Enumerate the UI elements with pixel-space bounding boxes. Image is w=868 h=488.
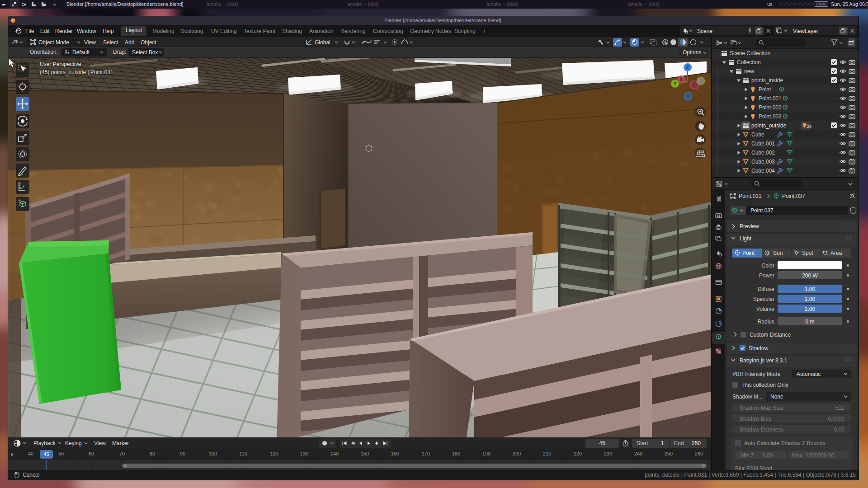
svg-text:X: X (680, 77, 683, 82)
svg-text:Y: Y (674, 81, 677, 86)
svg-text:Z: Z (686, 65, 689, 70)
